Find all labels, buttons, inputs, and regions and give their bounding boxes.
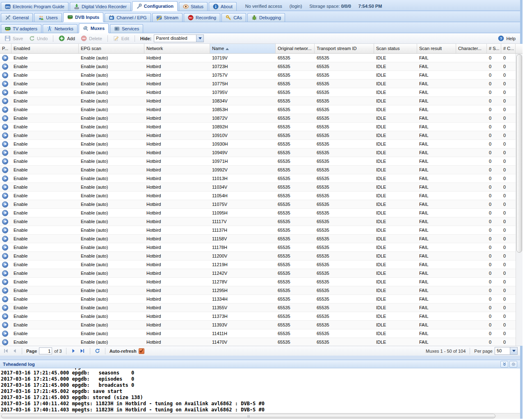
log-settings-button[interactable] (509, 361, 517, 368)
table-row[interactable]: EnableEnable (auto)Hotbird10719V65535655… (0, 54, 516, 62)
table-row[interactable]: EnableEnable (auto)Hotbird10723H65535655… (0, 62, 516, 71)
play-icon[interactable] (2, 132, 8, 139)
page-input[interactable] (39, 347, 52, 354)
delete-button[interactable]: Delete (78, 34, 105, 42)
column-header-s[interactable]: # S... (487, 44, 501, 54)
play-icon[interactable] (2, 176, 8, 182)
play-icon[interactable] (2, 270, 8, 276)
tab-debugging[interactable]: Debugging (247, 13, 285, 22)
save-button[interactable]: Save (2, 34, 25, 42)
play-icon[interactable] (2, 167, 8, 173)
add-button[interactable]: Add (56, 34, 78, 42)
play-icon[interactable] (2, 219, 8, 225)
column-header-network[interactable]: Network (144, 44, 210, 54)
column-header-scan-status[interactable]: Scan status (374, 44, 417, 54)
table-row[interactable]: EnableEnable (auto)Hotbird10795V65535655… (0, 88, 516, 97)
play-icon[interactable] (2, 339, 8, 345)
column-header-enabled[interactable]: Enabled (11, 44, 79, 54)
play-icon[interactable] (2, 313, 8, 320)
auto-refresh-checkbox[interactable] (139, 348, 144, 354)
table-row[interactable]: EnableEnable (auto)Hotbird10910V65535655… (0, 131, 516, 140)
play-icon[interactable] (2, 305, 8, 311)
play-icon[interactable] (2, 64, 8, 70)
tab-tv-adapters[interactable]: TV adapters (1, 24, 41, 33)
play-icon[interactable] (2, 279, 8, 285)
play-icon[interactable] (2, 72, 8, 78)
table-row[interactable]: EnableEnable (auto)Hotbird11158V65535655… (0, 235, 516, 243)
table-row[interactable]: EnableEnable (auto)Hotbird11034V65535655… (0, 183, 516, 192)
table-row[interactable]: EnableEnable (auto)Hotbird11242V65535655… (0, 269, 516, 278)
play-icon[interactable] (2, 158, 8, 164)
previous-page-button[interactable] (11, 348, 18, 354)
play-icon[interactable] (2, 331, 8, 337)
login-link[interactable]: (login) (290, 4, 302, 9)
play-icon[interactable] (2, 193, 8, 199)
play-icon[interactable] (2, 55, 8, 61)
horizontal-scrollbar[interactable] (0, 413, 520, 419)
table-row[interactable]: EnableEnable (auto)Hotbird11054H65535655… (0, 192, 516, 200)
per-page-value[interactable]: 50 (495, 347, 510, 355)
table-row[interactable]: EnableEnable (auto)Hotbird11219H65535655… (0, 260, 516, 269)
play-icon[interactable] (2, 81, 8, 87)
table-row[interactable]: EnableEnable (auto)Hotbird11200V65535655… (0, 252, 516, 260)
table-row[interactable]: EnableEnable (auto)Hotbird10930H65535655… (0, 140, 516, 148)
play-icon[interactable] (2, 141, 8, 147)
next-page-button[interactable] (71, 348, 77, 354)
first-page-button[interactable] (2, 348, 9, 354)
play-icon[interactable] (2, 115, 8, 121)
play-icon[interactable] (2, 98, 8, 104)
play-icon[interactable] (2, 201, 8, 208)
tab-about[interactable]: About (209, 2, 237, 11)
horizontal-scrollbar-thumb[interactable] (1, 414, 495, 418)
help-button[interactable]: ? Help (495, 34, 518, 42)
undo-button[interactable]: Undo (26, 34, 50, 42)
per-page-combo[interactable]: 50 (495, 347, 518, 355)
table-row[interactable]: EnableEnable (auto)Hotbird11295H65535655… (0, 286, 516, 295)
refresh-button[interactable] (94, 348, 101, 354)
table-row[interactable]: EnableEnable (auto)Hotbird11373H65535655… (0, 312, 516, 321)
table-row[interactable]: EnableEnable (auto)Hotbird10892H65535655… (0, 123, 516, 131)
vertical-scrollbar[interactable] (516, 54, 523, 346)
table-row[interactable]: EnableEnable (auto)Hotbird11334H65535655… (0, 295, 516, 304)
column-header-epg-scan[interactable]: EPG scan (79, 44, 144, 54)
table-row[interactable]: EnableEnable (auto)Hotbird11178H65535655… (0, 243, 516, 252)
edit-button[interactable]: Edit (111, 34, 132, 42)
table-row[interactable]: EnableEnable (auto)Hotbird11393V65535655… (0, 321, 516, 329)
table-row[interactable]: EnableEnable (auto)Hotbird10853H65535655… (0, 105, 516, 114)
tab-digital-video-recorder[interactable]: Digital Video Recorder (70, 2, 131, 11)
tab-electronic-program-guide[interactable]: EPGElectronic Program Guide (1, 2, 68, 11)
tab-services[interactable]: Services (110, 24, 143, 33)
play-icon[interactable] (2, 262, 8, 268)
table-row[interactable]: EnableEnable (auto)Hotbird11355V65535655… (0, 304, 516, 312)
play-icon[interactable] (2, 227, 8, 233)
table-row[interactable]: EnableEnable (auto)Hotbird10834V65535655… (0, 97, 516, 105)
play-icon[interactable] (2, 124, 8, 130)
tab-muxes[interactable]: Muxes (79, 23, 109, 33)
column-header-p[interactable]: P... (0, 44, 11, 54)
play-icon[interactable] (2, 288, 8, 294)
play-icon[interactable] (2, 253, 8, 259)
play-icon[interactable] (2, 107, 8, 113)
table-row[interactable]: EnableEnable (auto)Hotbird10775H65535655… (0, 80, 516, 88)
tab-status[interactable]: Status (179, 2, 208, 11)
column-header-scan-result[interactable]: Scan result (417, 44, 456, 54)
tab-networks[interactable]: Networks (43, 24, 78, 33)
tab-recording[interactable]: RECRecording (184, 13, 220, 22)
tab-stream[interactable]: Stream (152, 13, 183, 22)
hide-combo[interactable]: Parent disabled (154, 34, 204, 42)
tab-channel-epg[interactable]: Channel / EPG (105, 13, 151, 22)
column-header-character[interactable]: Character... (456, 44, 487, 54)
play-icon[interactable] (2, 236, 8, 242)
chevron-down-icon[interactable] (510, 347, 518, 355)
table-row[interactable]: EnableEnable (auto)Hotbird11278V65535655… (0, 278, 516, 286)
last-page-button[interactable] (79, 348, 86, 354)
column-header-c[interactable]: # C... (501, 44, 516, 54)
play-icon[interactable] (2, 89, 8, 96)
table-row[interactable]: EnableEnable (auto)Hotbird11117V65535655… (0, 217, 516, 226)
table-row[interactable]: EnableEnable (auto)Hotbird10992V65535655… (0, 166, 516, 174)
table-row[interactable]: EnableEnable (auto)Hotbird10757V65535655… (0, 71, 516, 80)
play-icon[interactable] (2, 244, 8, 251)
table-row[interactable]: EnableEnable (auto)Hotbird11411H65535655… (0, 329, 516, 338)
tab-cas[interactable]: CAs (221, 13, 246, 22)
table-row[interactable]: EnableEnable (auto)Hotbird11075V65535655… (0, 200, 516, 209)
